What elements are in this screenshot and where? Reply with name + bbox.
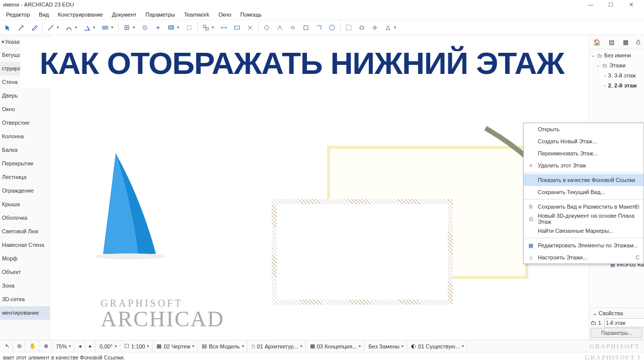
minimize-button[interactable]: —: [581, 2, 601, 8]
sb-drawing[interactable]: ▦ 02 Чертеж▾: [153, 340, 198, 352]
navigator-tabs[interactable]: 🏠 ▤ ▦ ⎙: [589, 35, 644, 49]
story-context-menu: ОткрытьСоздать Новый Этаж...Переименоват…: [523, 123, 644, 264]
sb-pan-icon[interactable]: ✋: [26, 340, 40, 352]
menu-teamwork[interactable]: Teamwork: [180, 11, 213, 19]
cm-0[interactable]: Открыть: [524, 123, 643, 135]
sb-cursor-icon[interactable]: ↖: [2, 340, 13, 352]
floor-name-input[interactable]: [604, 318, 644, 327]
tool-Окно[interactable]: Окно: [0, 103, 50, 116]
cm-10[interactable]: ⌂Настроить Этажи...C: [524, 251, 643, 263]
nav-tab-layout-icon: ▦: [623, 39, 628, 46]
menu-construction[interactable]: Конструирование: [54, 11, 107, 19]
tool-Морф[interactable]: Морф: [0, 252, 50, 265]
sb-model[interactable]: ▤ Вся Модель▾: [199, 340, 247, 352]
tree-story-3[interactable]: ▫3. 3-й этаж: [589, 70, 644, 80]
svg-point-10: [330, 25, 335, 30]
tool-Отверстие[interactable]: Отверстие: [0, 116, 50, 130]
tool-m2-icon[interactable]: [274, 22, 286, 34]
tool-Перекрытие[interactable]: Перекрытие: [0, 157, 50, 170]
cm-2[interactable]: Переименовать Этаж...: [524, 147, 643, 159]
menu-view[interactable]: Вид: [35, 11, 53, 19]
tool-Дверь[interactable]: Дверь: [0, 89, 50, 103]
tool-m4-icon[interactable]: [300, 22, 312, 34]
tree-root[interactable]: ⌄🗀Без имени: [589, 50, 644, 60]
cm-1[interactable]: Создать Новый Этаж...: [524, 135, 643, 147]
sb-scale[interactable]: ☐ 1:100▾: [121, 340, 153, 352]
sb-repl[interactable]: Без Замены▾: [365, 340, 407, 352]
menu-editor[interactable]: Редактор: [2, 11, 34, 19]
tool-angle-icon[interactable]: [81, 22, 93, 34]
tool-pen-icon[interactable]: [28, 22, 40, 34]
menu-help[interactable]: Помощь: [236, 11, 266, 19]
tool-group-icon[interactable]: [200, 22, 212, 34]
sb-zoom-out-icon[interactable]: ⊖: [14, 340, 25, 352]
tool-offset-icon[interactable]: [99, 22, 111, 34]
tool-x-icon[interactable]: [244, 22, 256, 34]
tool-magic-icon[interactable]: [15, 22, 27, 34]
tool-Навесная Стена[interactable]: Навесная Стена: [0, 238, 50, 252]
title-bar: имени - ARCHICAD 23 EDU — ☐ ✕: [0, 0, 644, 9]
cm-6[interactable]: ⎘Сохранить Вид и Разместить в МакетеCt: [524, 201, 643, 213]
tool-n2-icon[interactable]: [356, 22, 368, 34]
tool-layers-icon[interactable]: [165, 22, 177, 34]
close-button[interactable]: ✕: [621, 2, 641, 8]
tool-Световой Люк[interactable]: Световой Люк: [0, 225, 50, 238]
tool-m6-icon[interactable]: [326, 22, 338, 34]
tool-line-icon[interactable]: [45, 22, 57, 34]
tool-Колонна[interactable]: Колонна: [0, 130, 50, 143]
tool-Лестница[interactable]: Лестница: [0, 170, 50, 184]
tool-grid-icon[interactable]: [121, 22, 133, 34]
tool-Оболочка[interactable]: Оболочка: [0, 211, 50, 225]
tool-arc-icon[interactable]: [63, 22, 75, 34]
tool-Крыша[interactable]: Крыша: [0, 198, 50, 211]
menu-window[interactable]: Окно: [214, 11, 235, 19]
tool-Балка[interactable]: Балка: [0, 143, 50, 157]
svg-rect-11: [346, 25, 351, 30]
svg-rect-9: [304, 26, 308, 30]
hint-bar: вает этот элемент в качестве Фоновой Ссы…: [0, 352, 644, 362]
menu-document[interactable]: Документ: [108, 11, 140, 19]
tool-Ограждение[interactable]: Ограждение: [0, 184, 50, 198]
tool-dim-icon[interactable]: [218, 22, 230, 34]
tool-cursor-icon[interactable]: [2, 22, 14, 34]
tool-attach-icon[interactable]: [152, 22, 164, 34]
tool-Объект[interactable]: Объект: [0, 265, 50, 279]
sb-prev-icon[interactable]: ◂: [75, 340, 85, 352]
cm-9[interactable]: ▦Редактировать Элементы по Этажам...: [524, 239, 643, 251]
tool-Зона[interactable]: Зона: [0, 279, 50, 293]
maximize-button[interactable]: ☐: [601, 2, 621, 8]
tool-n1-icon[interactable]: [343, 22, 355, 34]
cm-3[interactable]: ×Удалить этот Этаж: [524, 159, 643, 171]
sb-arch[interactable]: ⎍ 01 Архитектур...▾: [249, 340, 306, 352]
sb-concept[interactable]: ▦ 03 Концепция...▾: [307, 340, 365, 352]
tool-panel-documentation[interactable]: ментирование: [0, 306, 50, 320]
tool-snap-icon[interactable]: [139, 22, 151, 34]
tree-story-2[interactable]: ▫2. 2-й этаж: [589, 80, 644, 90]
tool-3D-сетка[interactable]: 3D-сетка: [0, 293, 50, 306]
svg-point-12: [374, 27, 376, 29]
cm-8[interactable]: Найти Связанные Маркеры...: [524, 225, 643, 237]
sb-zoom-value[interactable]: 75%▾: [53, 340, 74, 352]
tree-stories[interactable]: ⌄🗀Этажи: [589, 60, 644, 70]
tool-tag-icon[interactable]: [231, 22, 243, 34]
sb-exist[interactable]: ◐ 01 Существую...▾: [408, 340, 467, 352]
tool-n3-icon[interactable]: [369, 22, 381, 34]
status-bar: ↖ ⊖ ✋ ⊕ 75%▾ ◂ ▸ 0,00°▾ ☐ 1:100▾ ▦ 02 Че…: [0, 340, 644, 352]
cm-4[interactable]: Показать в качестве Фоновой Ссылки: [524, 174, 643, 186]
cm-7[interactable]: ⎙Новый 3D-документ на основе Плана Этаж: [524, 213, 643, 225]
sb-next-icon[interactable]: ▸: [86, 340, 96, 352]
sb-angle[interactable]: 0,00°▾: [97, 340, 120, 352]
main-toolbar: ▾ ▾ ▾ ▾ ▾ ▾ ▾ ▾: [0, 20, 644, 35]
tool-m1-icon[interactable]: [261, 22, 273, 34]
sb-zoom-in-icon[interactable]: ⊕: [41, 340, 52, 352]
watermark: GRAPHISOFT.: [590, 342, 642, 350]
tool-trace-icon[interactable]: [183, 22, 195, 34]
menu-parameters[interactable]: Параметры: [141, 11, 179, 19]
tool-n4-icon[interactable]: [382, 22, 394, 34]
nav-tab-view-icon: ▤: [609, 39, 614, 46]
parameters-button[interactable]: Параметры...: [591, 328, 642, 338]
tool-m5-icon[interactable]: [313, 22, 325, 34]
cm-5[interactable]: Сохранить Текущий Вид...: [524, 186, 643, 198]
tool-m3-icon[interactable]: [287, 22, 299, 34]
watermark-2: GRAPHISOFT I: [585, 353, 641, 361]
